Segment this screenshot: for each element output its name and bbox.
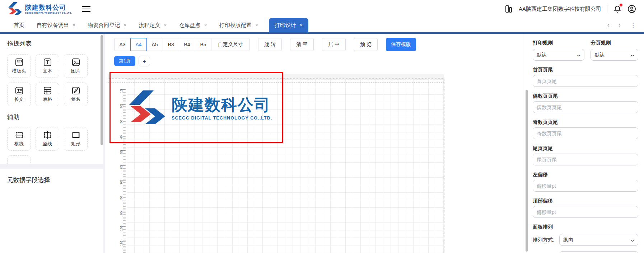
rectangle-icon [71,131,80,140]
tab-close-icon[interactable]: × [204,22,207,28]
tab-home[interactable]: 首页 [14,18,24,32]
tab-close-icon[interactable]: × [164,22,167,28]
menu-collapse-icon[interactable] [82,4,90,14]
print-rule-value: 默认 [537,52,547,58]
tab-equipment-transfer[interactable]: 自有设备调出 × [37,18,75,32]
rule-selects-row: 默认 ⌄ 默认 ⌄ [533,46,638,61]
drag-item-label: 签名 [71,96,80,103]
arrange-mode-row: 排列方式: 纵向 ⌄ [533,234,638,246]
save-template-button[interactable]: 保存模版 [386,38,416,51]
page-rule-label: 分页规则 [591,40,638,46]
drag-item-label: 长文 [14,96,24,103]
rotate-button[interactable]: 旋 转 [258,38,282,51]
tab-more-icon[interactable]: ⋮ [630,22,636,29]
size-a3-button[interactable]: A3 [114,38,131,51]
long-text-icon [15,86,24,95]
tab-scroll-nav: ‹ › ⋮ [607,18,636,32]
tab-label: 首页 [14,22,24,29]
aux-item-partial[interactable] [7,155,31,164]
organization-icon [504,5,513,13]
size-b5-button[interactable]: B5 [195,38,211,51]
tab-close-icon[interactable]: × [255,22,258,28]
drag-item-signature[interactable]: 签名 [64,83,88,106]
size-b4-button[interactable]: B4 [179,38,195,51]
drag-item-label: 表格 [43,96,52,103]
aux-title: 辅助 [7,113,103,121]
drag-item-long-text[interactable]: 长文 [7,83,31,106]
vertical-spacing-row: 垂直间距: [533,251,638,253]
aux-item-label: 竖线 [43,141,52,147]
aux-item-hline[interactable]: 横线 [7,127,31,151]
chevron-down-icon: ⌄ [630,52,635,57]
page-1-tab[interactable]: 第1页 [114,56,135,66]
page-rule-value: 默认 [594,52,605,58]
even-page-footer-input[interactable] [533,101,638,113]
tab-print-design-active[interactable]: 打印设计 × [269,18,308,32]
rule-labels-row: 打印规则 分页规则 [533,40,638,46]
vertical-spacing-input[interactable] [559,251,638,253]
metadata-section: 元数据字段选择 [0,169,103,253]
panel-arrange-title: 面板排列 [533,224,638,230]
field-label: 奇数页页尾 [533,120,638,125]
drag-item-label: 模版头 [12,68,26,74]
ruler-number: 60 [120,162,123,173]
left-offset-input[interactable] [533,180,638,192]
paper-size-group: A3 A4 A5 B3 B4 B5 自定义尺寸 [114,38,250,51]
aux-item-label: 矩形 [71,141,80,147]
drag-item-image[interactable]: 图片 [64,54,88,78]
text-icon [43,58,52,67]
tab-label: 打印模版配置 [219,22,252,29]
page-rule-select[interactable]: 默认 ⌄ [591,49,638,61]
left-sidebar: 拖拽列表 模版头 文本 [0,34,105,253]
drag-item-text[interactable]: 文本 [36,54,59,78]
add-page-button[interactable]: + [139,56,150,66]
arrange-mode-select[interactable]: 纵向 ⌄ [559,234,638,246]
tab-warehouse-check[interactable]: 仓库盘点 × [179,18,207,32]
notification-badge [620,4,622,6]
clear-button[interactable]: 清 空 [290,38,314,51]
preview-button[interactable]: 预 览 [354,38,378,51]
app-header: 陕建数科公司 SCEGC DIGITAL TECHNOLOGY CO.,LTD.… [0,0,644,18]
tab-close-icon[interactable]: × [123,22,126,28]
brand-chevron-icon [8,2,22,16]
horizontal-line-icon [15,131,24,140]
first-page-footer-input[interactable] [533,75,638,87]
drag-item-template-header[interactable]: 模版头 [7,54,31,78]
tab-close-icon[interactable]: × [300,22,303,28]
size-a5-button[interactable]: A5 [146,38,163,51]
size-custom-button[interactable]: 自定义尺寸 [211,38,250,51]
aux-item-vline[interactable]: 竖线 [36,127,59,151]
print-settings-panel: 打印规则 分页规则 默认 ⌄ 默认 ⌄ 首页页尾 偶数页页尾 奇数页页尾 尾页页… [525,34,644,253]
tab-close-icon[interactable]: × [73,22,75,28]
top-offset-input[interactable] [533,206,638,218]
double-box-icon [15,163,24,164]
tab-process-define[interactable]: 流程定义 × [139,18,167,32]
aux-item-label: 横线 [14,141,24,147]
aux-item-rect[interactable]: 矩形 [64,127,88,151]
selection-box[interactable] [109,72,283,143]
chevron-down-icon: ⌄ [630,237,635,243]
size-a4-button[interactable]: A4 [130,38,147,51]
header-actions: AA陕西建工集团数字科技有限公司 [504,5,636,13]
drag-item-grid: 模版头 文本 图片 [7,54,97,111]
tab-next-icon[interactable]: › [619,22,621,29]
even-page-footer-field: 偶数页页尾 [533,93,638,113]
panel-scrollbar[interactable] [526,90,528,252]
drag-item-table[interactable]: 表格 [36,83,59,106]
tab-prev-icon[interactable]: ‹ [607,22,610,29]
tab-label: 仓库盘点 [179,22,201,29]
size-b3-button[interactable]: B3 [163,38,179,51]
center-button[interactable]: 居 中 [322,38,346,51]
print-rule-select[interactable]: 默认 ⌄ [533,49,584,61]
drag-list-title: 拖拽列表 [7,39,103,48]
tab-print-template-config[interactable]: 打印模版配置 × [219,18,258,32]
tab-material-contract[interactable]: 物资合同登记 × [88,18,126,32]
notification-bell-icon[interactable] [613,5,622,13]
last-page-footer-input[interactable] [533,154,638,165]
left-offset-field: 左偏移 [533,172,638,192]
table-icon [43,86,52,95]
user-avatar-icon[interactable] [627,5,636,13]
sidebar-scrollbar[interactable] [101,35,103,145]
ruler-number: 100 [120,223,123,234]
odd-page-footer-input[interactable] [533,127,638,139]
